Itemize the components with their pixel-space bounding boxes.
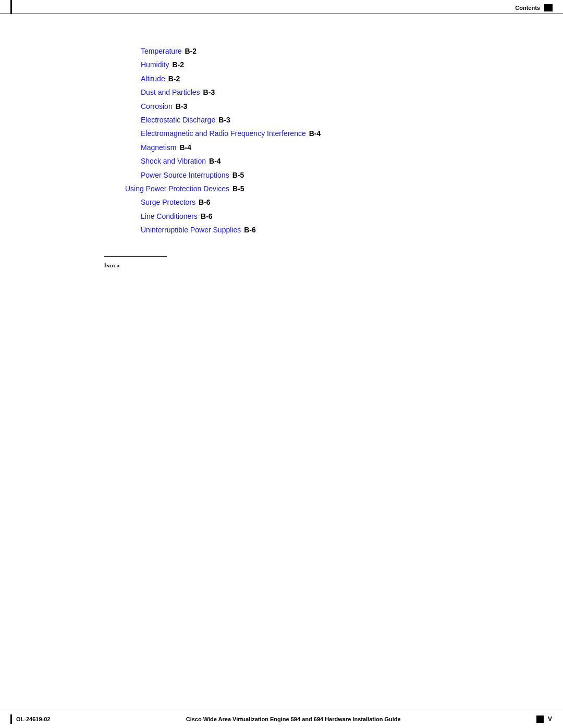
toc-page-number: B-4 — [309, 128, 321, 139]
toc-entry[interactable]: MagnetismB-4 — [141, 142, 563, 153]
toc-link[interactable]: Power Source Interruptions — [141, 169, 229, 181]
footer-page-number: V — [548, 715, 553, 723]
toc-link[interactable]: Corrosion — [141, 101, 173, 112]
toc-entry[interactable]: AltitudeB-2 — [141, 73, 563, 84]
header-contents-label: Contents — [515, 5, 540, 11]
toc-link[interactable]: Magnetism — [141, 142, 176, 153]
toc-page-number: B-2 — [185, 45, 197, 57]
index-label: Index — [104, 262, 120, 269]
toc-entry[interactable]: Dust and ParticlesB-3 — [141, 87, 563, 98]
footer-doc-id: OL-24619-02 — [16, 716, 50, 722]
index-section: Index — [104, 256, 167, 269]
toc-page-number: B-5 — [232, 169, 244, 181]
toc-entry[interactable]: Electrostatic DischargeB-3 — [141, 114, 563, 126]
toc-page-number: B-4 — [179, 142, 191, 153]
toc-entry[interactable]: Electromagnetic and Radio Frequency Inte… — [141, 128, 563, 139]
toc-entry[interactable]: HumidityB-2 — [141, 59, 563, 70]
toc-entry[interactable]: Using Power Protection DevicesB-5 — [125, 183, 563, 194]
toc-link[interactable]: Uninterruptible Power Supplies — [141, 224, 241, 236]
toc-link[interactable]: Humidity — [141, 59, 169, 70]
toc-page-number: B-3 — [176, 101, 188, 112]
page-footer: OL-24619-02 Cisco Wide Area Virtualizati… — [0, 710, 563, 728]
toc-entry[interactable]: TemperatureB-2 — [141, 45, 563, 57]
footer-left: OL-24619-02 — [10, 714, 50, 724]
content-area: TemperatureB-2HumidityB-2AltitudeB-2Dust… — [52, 14, 563, 301]
header-black-square — [544, 4, 553, 11]
toc-entry[interactable]: Power Source InterruptionsB-5 — [141, 169, 563, 181]
footer-black-rect — [536, 715, 544, 723]
toc-link[interactable]: Dust and Particles — [141, 87, 200, 98]
toc-page-number: B-5 — [232, 183, 244, 194]
toc-link[interactable]: Altitude — [141, 73, 165, 84]
header-left-rule — [10, 0, 12, 14]
toc-page-number: B-2 — [168, 73, 180, 84]
toc-link[interactable]: Line Conditioners — [141, 211, 198, 222]
toc-link[interactable]: Electrostatic Discharge — [141, 114, 215, 126]
toc-page-number: B-4 — [209, 155, 221, 167]
toc-link[interactable]: Shock and Vibration — [141, 155, 206, 167]
footer-left-bar — [10, 714, 12, 724]
page-header: Contents — [0, 0, 563, 14]
toc-entry[interactable]: Surge ProtectorsB-6 — [141, 196, 563, 208]
toc-link[interactable]: Temperature — [141, 45, 182, 57]
toc-entry[interactable]: CorrosionB-3 — [141, 101, 563, 112]
toc-link[interactable]: Surge Protectors — [141, 196, 195, 208]
toc-link[interactable]: Using Power Protection Devices — [125, 183, 229, 194]
toc-page-number: B-6 — [244, 224, 256, 236]
toc-page-number: B-6 — [201, 211, 213, 222]
toc-page-number: B-3 — [203, 87, 215, 98]
footer-right: V — [536, 715, 553, 723]
toc-link[interactable]: Electromagnetic and Radio Frequency Inte… — [141, 128, 306, 139]
toc-page-number: B-3 — [218, 114, 230, 126]
toc-entry[interactable]: Line ConditionersB-6 — [141, 211, 563, 222]
toc-section: TemperatureB-2HumidityB-2AltitudeB-2Dust… — [125, 45, 563, 236]
toc-page-number: B-2 — [172, 59, 184, 70]
toc-page-number: B-6 — [199, 196, 211, 208]
toc-entry[interactable]: Uninterruptible Power SuppliesB-6 — [141, 224, 563, 236]
footer-title: Cisco Wide Area Virtualization Engine 59… — [50, 716, 536, 722]
toc-entry[interactable]: Shock and VibrationB-4 — [141, 155, 563, 167]
